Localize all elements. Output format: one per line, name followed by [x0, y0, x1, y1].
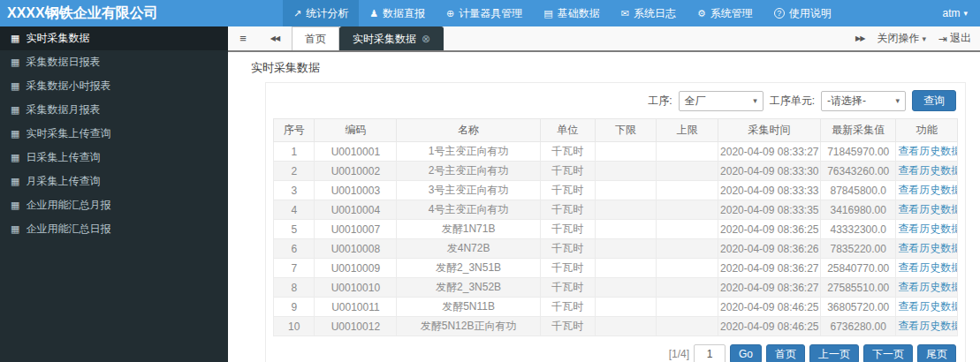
- last-page-button[interactable]: 尾页: [917, 344, 956, 362]
- chevron-down-icon: ▾: [963, 9, 968, 18]
- cell-code: U0010007: [315, 220, 397, 239]
- sidebar-item-label: 实时采集上传查询: [26, 126, 110, 141]
- cell-time: 2020-04-09 08:33:30: [718, 162, 821, 181]
- sidebar-item-daily-report[interactable]: ▦ 采集数据日报表: [0, 50, 228, 74]
- cell-action: 查看历史数据: [896, 200, 958, 220]
- menu-toggle-icon[interactable]: ≡: [228, 26, 258, 50]
- sidebar-item-daily-upload-query[interactable]: ▦ 日采集上传查询: [0, 146, 228, 170]
- cell-time: 2020-04-09 08:36:26: [718, 239, 821, 259]
- tab-home[interactable]: 首页: [292, 26, 339, 50]
- tab-realtime-data[interactable]: 实时采集数据 ⊗: [339, 26, 444, 50]
- sidebar-item-energy-monthly-summary[interactable]: ▦ 企业用能汇总月报: [0, 193, 228, 217]
- grid-icon: ▦: [11, 104, 19, 116]
- page-input[interactable]: [694, 344, 726, 362]
- nav-item-meter-management[interactable]: ⊕ 计量器具管理: [436, 0, 533, 26]
- cell-unit: 千瓦时: [540, 162, 595, 181]
- cell-sn: 2: [274, 162, 315, 181]
- process-select-value: 全厂: [685, 94, 706, 109]
- history-link[interactable]: 查看历史数据: [898, 222, 957, 235]
- sidebar-item-label: 企业用能汇总月报: [26, 198, 110, 213]
- nav-label: 使用说明: [789, 6, 832, 21]
- pagination: [1/4] Go 首页 上一页 下一页 尾页: [273, 336, 958, 362]
- cell-code: U0010011: [315, 298, 397, 317]
- tabs-scroll-left-icon[interactable]: ◀◀: [258, 26, 292, 50]
- first-page-button[interactable]: 首页: [766, 344, 805, 362]
- history-link[interactable]: 查看历史数据: [898, 281, 957, 293]
- history-link[interactable]: 查看历史数据: [898, 300, 957, 313]
- username: atm: [942, 7, 960, 19]
- nav-item-data-report[interactable]: ♟ 数据直报: [359, 0, 436, 26]
- tab-label: 实时采集数据: [353, 32, 416, 47]
- user-icon: ♟: [369, 8, 378, 19]
- tab-bar-right-controls: ▶▶ 关闭操作 ▾ ⇥ 退出: [855, 26, 980, 50]
- prev-page-button[interactable]: 上一页: [809, 344, 859, 362]
- cell-unit: 千瓦时: [540, 259, 595, 278]
- nav-label: 统计分析: [306, 6, 348, 21]
- close-operations-dropdown[interactable]: 关闭操作 ▾: [877, 31, 926, 46]
- nav-label: 基础数据: [558, 6, 600, 21]
- grid-icon: ▦: [11, 80, 19, 92]
- cell-upper: [657, 162, 718, 181]
- cell-time: 2020-04-09 08:46:25: [718, 298, 821, 317]
- logout-button[interactable]: ⇥ 退出: [938, 31, 971, 46]
- cell-lower: [595, 142, 657, 162]
- cell-code: U0010009: [315, 259, 397, 278]
- nav-label: 系统日志: [634, 6, 676, 21]
- sidebar-item-monthly-report[interactable]: ▦ 采集数据月报表: [0, 98, 228, 122]
- sidebar-item-realtime-upload-query[interactable]: ▦ 实时采集上传查询: [0, 122, 228, 146]
- search-button[interactable]: 查询: [912, 90, 956, 111]
- cell-value: 76343260.00: [821, 162, 896, 181]
- history-link[interactable]: 查看历史数据: [898, 261, 957, 274]
- next-page-button[interactable]: 下一页: [863, 344, 913, 362]
- history-link[interactable]: 查看历史数据: [898, 145, 957, 157]
- history-link[interactable]: 查看历史数据: [898, 320, 957, 332]
- history-link[interactable]: 查看历史数据: [898, 164, 957, 177]
- sidebar-item-energy-daily-summary[interactable]: ▦ 企业用能汇总日报: [0, 217, 228, 241]
- cell-value: 87845800.0: [821, 181, 896, 200]
- data-table: 序号 编码 名称 单位 下限 上限 采集时间 最新采集值 功能 1U001000…: [273, 118, 958, 336]
- nav-item-statistics[interactable]: ↗ 统计分析: [283, 0, 359, 26]
- cell-upper: [657, 239, 718, 259]
- history-link[interactable]: 查看历史数据: [898, 203, 957, 215]
- nav-item-base-data[interactable]: ▤ 基础数据: [533, 0, 610, 26]
- user-menu[interactable]: atm ▾: [930, 0, 980, 26]
- sidebar-item-monthly-upload-query[interactable]: ▦ 月采集上传查询: [0, 170, 228, 193]
- col-header-time: 采集时间: [718, 119, 821, 142]
- nav-item-system-log[interactable]: ✉ 系统日志: [611, 0, 687, 26]
- history-link[interactable]: 查看历史数据: [898, 242, 957, 254]
- cell-lower: [595, 162, 657, 181]
- cell-value: 6736280.00: [821, 317, 896, 336]
- cell-time: 2020-04-09 08:46:25: [718, 317, 821, 336]
- cell-sn: 1: [274, 142, 315, 162]
- table-row: 8U0010010发酵2_3N52B千瓦时2020-04-09 08:36:27…: [274, 278, 958, 298]
- process-select[interactable]: 全厂 ▾: [679, 91, 763, 111]
- cell-unit: 千瓦时: [540, 181, 595, 200]
- page-title: 实时采集数据: [228, 52, 980, 82]
- cell-lower: [595, 220, 657, 239]
- cell-sn: 6: [274, 239, 315, 259]
- cell-name: 发酵1N71B: [397, 220, 541, 239]
- tabs-scroll-right-icon[interactable]: ▶▶: [855, 34, 864, 42]
- tab-close-icon[interactable]: ⊗: [422, 33, 430, 45]
- history-link[interactable]: 查看历史数据: [898, 184, 957, 196]
- cell-upper: [657, 278, 718, 298]
- go-button[interactable]: Go: [730, 344, 762, 362]
- chart-line-icon: ↗: [293, 8, 301, 19]
- cell-unit: 千瓦时: [540, 200, 595, 220]
- sidebar-item-hourly-report[interactable]: ▦ 采集数据小时报表: [0, 74, 228, 98]
- nav-item-help[interactable]: ? 使用说明: [763, 0, 842, 26]
- table-row: 3U00100033号主变正向有功千瓦时2020-04-09 08:33:338…: [274, 181, 958, 200]
- grid-icon: ▦: [11, 176, 19, 187]
- cell-sn: 10: [274, 317, 315, 336]
- cell-time: 2020-04-09 08:33:27: [718, 142, 821, 162]
- globe-icon: ⊕: [446, 8, 454, 19]
- sidebar-item-realtime-data[interactable]: ▦ 实时采集数据: [0, 26, 228, 50]
- nav-item-system-management[interactable]: ⚙ 系统管理: [687, 0, 763, 26]
- col-header-lower: 下限: [595, 119, 657, 142]
- pagination-info: [1/4]: [669, 348, 689, 360]
- cell-sn: 5: [274, 220, 315, 239]
- cell-upper: [657, 200, 718, 220]
- top-nav: ↗ 统计分析 ♟ 数据直报 ⊕ 计量器具管理 ▤ 基础数据 ✉ 系统日志 ⚙ 系…: [283, 0, 842, 26]
- cell-sn: 3: [274, 181, 315, 200]
- process-unit-select[interactable]: -请选择- ▾: [821, 91, 906, 111]
